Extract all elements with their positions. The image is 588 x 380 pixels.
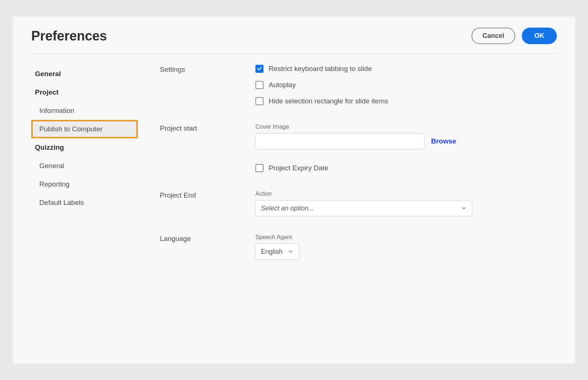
action-select[interactable]: Select an option...	[255, 200, 472, 216]
section-label-project-end: Project End	[160, 191, 255, 216]
section-body-language: Speech Agent English	[255, 234, 557, 260]
sidebar-item-information[interactable]: Information	[31, 102, 138, 120]
header-buttons: Cancel OK	[472, 28, 557, 44]
section-project-start: Project start Cover Image Browse Project…	[160, 124, 557, 180]
sidebar-item-reporting[interactable]: Reporting	[31, 175, 138, 193]
sidebar-item-general[interactable]: General	[31, 65, 138, 83]
sidebar-item-quizzing[interactable]: Quizzing	[31, 138, 138, 157]
sidebar-item-quizzing-general[interactable]: General	[31, 157, 138, 175]
cover-image-row: Browse	[255, 133, 557, 149]
sidebar: General Project Information Publish to C…	[31, 65, 138, 270]
speech-agent-value: English	[261, 248, 283, 256]
speech-agent-select[interactable]: English	[255, 244, 299, 260]
ok-button[interactable]: OK	[522, 28, 557, 44]
chevron-down-icon	[288, 249, 294, 255]
checkbox-hide-selection[interactable]	[255, 97, 263, 105]
section-body-settings: Restrict keyboard tabbing to slide Autop…	[255, 65, 557, 113]
sidebar-item-default-labels[interactable]: Default Labels	[31, 193, 138, 212]
section-label-settings: Settings	[160, 65, 255, 113]
dialog-header: Preferences Cancel OK	[31, 28, 557, 54]
checkbox-label-autoplay: Autoplay	[269, 81, 296, 89]
dialog-content: General Project Information Publish to C…	[31, 65, 557, 270]
preferences-dialog: Preferences Cancel OK General Project In…	[13, 17, 575, 363]
sidebar-item-publish-to-computer[interactable]: Publish to Computer	[31, 120, 138, 138]
checkbox-expiry-date[interactable]	[255, 164, 263, 172]
section-body-project-end: Action Select an option...	[255, 191, 557, 216]
section-body-project-start: Cover Image Browse Project Expiry Date	[255, 124, 557, 180]
section-project-end: Project End Action Select an option...	[160, 191, 557, 216]
main-panel: Settings Restrict keyboard tabbing to sl…	[160, 65, 557, 270]
checkbox-label-restrict-tabbing: Restrict keyboard tabbing to slide	[269, 65, 372, 73]
section-settings: Settings Restrict keyboard tabbing to sl…	[160, 65, 557, 113]
checkbox-row-restrict-tabbing: Restrict keyboard tabbing to slide	[255, 65, 557, 73]
checkbox-restrict-tabbing[interactable]	[255, 65, 263, 73]
action-label: Action	[255, 191, 557, 197]
checkbox-label-hide-selection: Hide selection rectangle for slide items	[269, 97, 388, 105]
checkbox-label-expiry-date: Project Expiry Date	[269, 164, 329, 172]
browse-button[interactable]: Browse	[431, 137, 456, 145]
checkmark-icon	[257, 66, 262, 71]
sidebar-item-project[interactable]: Project	[31, 83, 138, 102]
checkbox-autoplay[interactable]	[255, 81, 263, 89]
dialog-title: Preferences	[31, 28, 107, 44]
action-select-placeholder: Select an option...	[261, 205, 314, 212]
checkbox-row-autoplay: Autoplay	[255, 81, 557, 89]
section-label-project-start: Project start	[160, 124, 255, 180]
checkbox-row-expiry-date: Project Expiry Date	[255, 164, 557, 172]
section-label-language: Language	[160, 234, 255, 260]
checkbox-row-hide-selection: Hide selection rectangle for slide items	[255, 97, 557, 105]
chevron-down-icon	[461, 205, 467, 211]
cover-image-input[interactable]	[255, 133, 424, 149]
cancel-button[interactable]: Cancel	[472, 28, 515, 44]
section-language: Language Speech Agent English	[160, 234, 557, 260]
speech-agent-label: Speech Agent	[255, 234, 557, 241]
cover-image-label: Cover Image	[255, 124, 557, 130]
